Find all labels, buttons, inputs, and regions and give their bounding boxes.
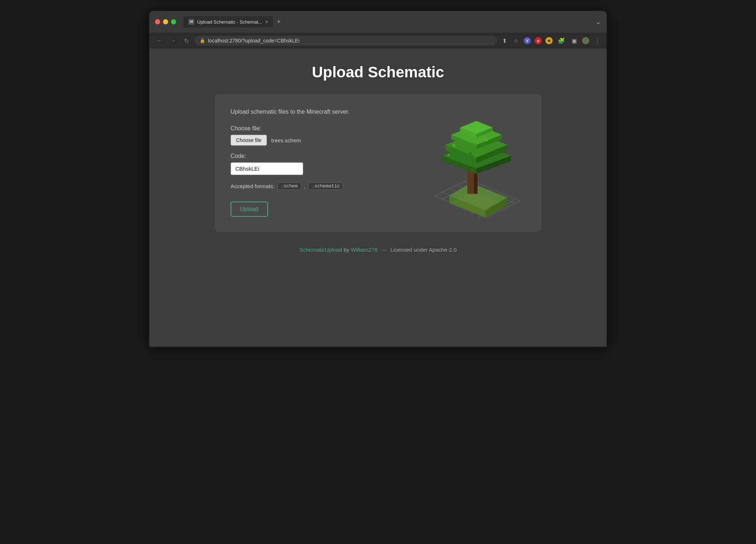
accepted-formats-label: Accepted formats: xyxy=(231,183,275,189)
minecraft-tree-illustration xyxy=(413,109,522,218)
svg-rect-36 xyxy=(496,149,498,150)
address-bar[interactable]: 🔒 localhost:2780/?upload_code=CBhskLEi xyxy=(195,36,497,46)
puzzle-icon[interactable]: 🧩 xyxy=(556,36,566,46)
format-badge-schem: .schem xyxy=(277,182,301,190)
minimize-window-button[interactable] xyxy=(163,19,168,24)
extension-icon-2[interactable]: u xyxy=(535,37,542,44)
traffic-lights xyxy=(155,19,176,24)
lock-icon: 🔒 xyxy=(200,38,205,43)
tab-title: Upload Schematic - Schemat... xyxy=(197,19,262,25)
browser-toolbar: ← → ↻ 🔒 localhost:2780/?upload_code=CBhs… xyxy=(149,33,607,49)
app-name-link[interactable]: SchematicUpload xyxy=(299,247,342,253)
footer-by-text: by xyxy=(344,247,351,253)
choose-file-button[interactable]: Choose file xyxy=(231,135,267,146)
tab-close-button[interactable]: × xyxy=(265,19,268,25)
profile-avatar[interactable]: 👤 xyxy=(582,37,589,44)
menu-icon[interactable]: ⋮ xyxy=(593,36,602,46)
url-text: localhost:2780/?upload_code=CBhskLEi xyxy=(208,38,300,44)
choose-file-group: Choose file: Choose file trees.schem xyxy=(231,125,395,146)
svg-rect-35 xyxy=(469,152,472,155)
choose-file-label: Choose file: xyxy=(231,125,395,132)
extension-icon-1[interactable]: V xyxy=(524,37,531,44)
browser-titlebar: 🗺 Upload Schematic - Schemat... × + ⌄ xyxy=(149,11,607,33)
forward-button[interactable]: → xyxy=(168,36,178,45)
format-badge-schematic: .schematic xyxy=(308,182,343,190)
format-separator: , xyxy=(304,183,305,190)
code-input[interactable] xyxy=(231,162,303,175)
upload-form-section: Upload schematic files to the Minecraft … xyxy=(231,109,395,217)
tree-preview xyxy=(409,109,525,218)
bookmark-icon[interactable]: ☆ xyxy=(512,36,520,46)
footer-license: Licensed under Apache-2.0 xyxy=(390,247,457,253)
file-input-row: Choose file trees.schem xyxy=(231,135,395,146)
extension-icon-3[interactable]: ★ xyxy=(545,37,553,44)
code-group: Code: xyxy=(231,153,395,175)
page-title: Upload Schematic xyxy=(312,64,444,81)
footer-separator: — xyxy=(381,247,387,253)
file-name-label: trees.schem xyxy=(271,137,301,143)
author-link[interactable]: William278 xyxy=(351,247,377,253)
description-text: Upload schematic files to the Minecraft … xyxy=(231,109,395,115)
accepted-formats-row: Accepted formats: .schem , .schematic xyxy=(231,182,395,190)
page-content: Upload Schematic Upload schematic files … xyxy=(149,49,607,347)
svg-rect-37 xyxy=(447,154,450,156)
tab-favicon: 🗺 xyxy=(188,19,194,25)
sidebar-icon[interactable]: ▣ xyxy=(570,36,578,46)
back-button[interactable]: ← xyxy=(154,36,164,45)
tab-bar: 🗺 Upload Schematic - Schemat... × + xyxy=(183,16,591,28)
reload-button[interactable]: ↻ xyxy=(182,36,191,46)
toolbar-actions: ⬆ ☆ V u ★ 🧩 ▣ 👤 ⋮ xyxy=(501,36,602,46)
upload-card: Upload schematic files to the Minecraft … xyxy=(215,94,541,232)
svg-rect-34 xyxy=(485,139,487,141)
code-label: Code: xyxy=(231,153,395,159)
new-tab-button[interactable]: + xyxy=(275,18,283,26)
active-tab[interactable]: 🗺 Upload Schematic - Schemat... × xyxy=(183,16,273,28)
browser-window: 🗺 Upload Schematic - Schemat... × + ⌄ ← … xyxy=(149,11,607,347)
tab-menu-button[interactable]: ⌄ xyxy=(596,18,601,26)
footer: SchematicUpload by William278 — Licensed… xyxy=(299,247,456,253)
svg-rect-33 xyxy=(453,144,455,146)
close-window-button[interactable] xyxy=(155,19,160,24)
upload-button[interactable]: Upload xyxy=(231,202,268,217)
maximize-window-button[interactable] xyxy=(171,19,176,24)
share-icon[interactable]: ⬆ xyxy=(501,36,508,46)
